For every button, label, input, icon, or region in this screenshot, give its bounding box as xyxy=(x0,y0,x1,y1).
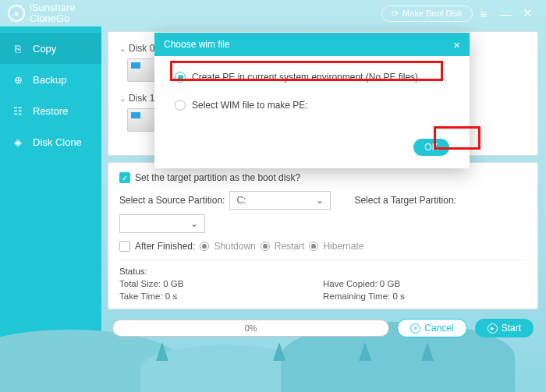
logo-icon: ● xyxy=(8,5,25,22)
brand-line1: iSunshare xyxy=(30,2,76,13)
source-partition-select[interactable]: C:⌄ xyxy=(229,191,331,210)
copy-icon: ⎘ xyxy=(11,41,25,55)
option1-label: Create PE in current system environment … xyxy=(192,72,418,83)
choose-wim-dialog: Choose wim file × Create PE in current s… xyxy=(154,33,470,168)
sidebar-label: Backup xyxy=(33,74,66,86)
cancel-button[interactable]: ×Cancel xyxy=(397,319,466,337)
main-area: ⌄Disk 0 ⌄Disk 1 ✓ Set the target partiti… xyxy=(101,26,546,392)
disk-clone-icon: ◈ xyxy=(11,135,25,149)
make-boot-label: Make Boot Disk xyxy=(402,9,463,18)
sidebar-label: Copy xyxy=(33,43,56,55)
after-finished-checkbox[interactable] xyxy=(119,241,130,252)
bottom-bar: 0% ×Cancel ▸Start xyxy=(108,316,538,341)
status-title: Status: xyxy=(119,267,526,276)
make-boot-disk-button[interactable]: ⟳ Make Boot Disk xyxy=(381,5,473,22)
sidebar-item-disk-clone[interactable]: ◈ Disk Clone xyxy=(0,126,101,157)
sidebar-label: Disk Clone xyxy=(33,136,82,148)
restore-icon: ☷ xyxy=(11,104,25,118)
ok-button[interactable]: OK xyxy=(413,139,449,156)
app-logo: ● iSunshareCloneGo xyxy=(8,2,76,25)
source-label: Select a Source Partition: xyxy=(119,195,225,206)
sidebar: ⎘ Copy ⊕ Backup ☷ Restore ◈ Disk Clone xyxy=(0,26,101,392)
set-target-checkbox[interactable]: ✓ xyxy=(119,172,130,183)
status-take: Take Time: 0 s xyxy=(119,291,323,301)
radio-selected-icon xyxy=(175,72,186,83)
progress-bar: 0% xyxy=(112,320,389,337)
option-select-wim[interactable]: Select WIM file to make PE: xyxy=(175,100,449,111)
cancel-icon: × xyxy=(410,323,420,334)
brand-line2: CloneGo xyxy=(30,13,76,24)
minimize-button[interactable]: — xyxy=(495,2,516,24)
options-panel: ✓ Set the target partition as the boot d… xyxy=(108,162,538,309)
dialog-close-button[interactable]: × xyxy=(453,38,460,51)
radio-unselected-icon xyxy=(175,100,186,111)
chevron-down-icon: ⌄ xyxy=(119,44,126,53)
set-target-label: Set the target partition as the boot dis… xyxy=(135,172,300,183)
start-button[interactable]: ▸Start xyxy=(475,319,534,337)
option-create-pe[interactable]: Create PE in current system environment … xyxy=(175,72,449,83)
chevron-down-icon: ⌄ xyxy=(119,94,126,103)
status-remain: Remaining Time: 0 s xyxy=(323,291,526,301)
sidebar-item-copy[interactable]: ⎘ Copy xyxy=(0,33,101,64)
close-button[interactable]: ✕ xyxy=(516,2,538,24)
after-finished-label: After Finished: xyxy=(135,241,195,252)
sidebar-item-backup[interactable]: ⊕ Backup xyxy=(0,64,101,95)
sidebar-label: Restore xyxy=(33,105,69,117)
target-label: Select a Target Partition: xyxy=(354,195,456,206)
chevron-down-icon: ⌄ xyxy=(190,218,198,229)
status-copied: Have Copied: 0 GB xyxy=(323,279,526,288)
restart-radio[interactable] xyxy=(261,242,270,251)
status-block: Status: Total Size: 0 GB Have Copied: 0 … xyxy=(119,260,526,301)
play-icon: ▸ xyxy=(488,323,498,334)
target-partition-select[interactable]: ⌄ xyxy=(119,214,205,233)
hibernate-radio[interactable] xyxy=(309,242,318,251)
option2-label: Select WIM file to make PE: xyxy=(192,100,308,111)
dialog-title: Choose wim file xyxy=(164,39,230,50)
title-bar: ● iSunshareCloneGo ⟳ Make Boot Disk ≡ — … xyxy=(0,0,546,26)
menu-button[interactable]: ≡ xyxy=(473,2,495,24)
status-total: Total Size: 0 GB xyxy=(119,279,323,288)
shutdown-radio[interactable] xyxy=(200,242,209,251)
backup-icon: ⊕ xyxy=(11,72,25,87)
chevron-down-icon: ⌄ xyxy=(316,195,324,206)
power-icon: ⟳ xyxy=(392,9,399,19)
sidebar-item-restore[interactable]: ☷ Restore xyxy=(0,95,101,126)
dialog-titlebar: Choose wim file × xyxy=(154,33,470,56)
